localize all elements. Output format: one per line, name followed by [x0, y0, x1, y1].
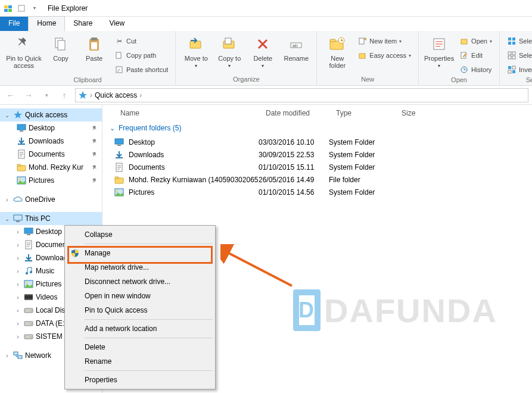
tree-this-pc[interactable]: ⌄ This PC [0, 212, 102, 225]
svg-rect-23 [359, 54, 365, 58]
watermark: DDAFUNDA [293, 289, 497, 331]
new-folder-button[interactable]: ✦ New folder [322, 33, 353, 69]
pin-icon [90, 163, 99, 172]
svg-point-52 [26, 272, 28, 275]
list-row[interactable]: Pictures01/10/2015 14.56System Folder [102, 186, 532, 198]
history-button[interactable]: History [457, 63, 494, 76]
chevron-right-icon[interactable]: › [4, 353, 11, 359]
list-row[interactable]: Desktop03/03/2016 10.10System Folder [102, 136, 532, 148]
ctx-rename[interactable]: Rename [67, 354, 213, 369]
breadcrumb-root[interactable]: Quick access [95, 91, 137, 99]
ctx-manage[interactable]: Manage [67, 246, 213, 260]
pin-icon [90, 136, 99, 146]
list-row[interactable]: Downloads30/09/2015 22.53System Folder [102, 148, 532, 161]
section-frequent[interactable]: ⌄ Frequent folders (5) [102, 121, 532, 136]
chevron-down-icon[interactable]: ⌄ [110, 124, 115, 132]
qat-dropdown-icon[interactable]: ▾ [29, 2, 41, 14]
svg-rect-14 [225, 38, 231, 44]
chevron-right-icon[interactable]: › [14, 268, 21, 275]
tab-file[interactable]: File [0, 17, 28, 31]
download-icon [24, 253, 33, 263]
chevron-right-icon[interactable]: › [14, 242, 21, 248]
column-headers[interactable]: Name Date modified Type Size [102, 105, 532, 121]
col-size[interactable]: Size [394, 109, 442, 117]
invert-selection-button[interactable]: Invert selection [505, 63, 532, 76]
col-date[interactable]: Date modified [259, 109, 329, 117]
window-title: File Explorer [48, 4, 88, 13]
svg-rect-38 [508, 70, 511, 73]
chevron-right-icon[interactable]: › [14, 320, 21, 327]
col-name[interactable]: Name [102, 109, 259, 117]
col-type[interactable]: Type [329, 109, 394, 117]
ctx-delete[interactable]: Delete [67, 340, 213, 354]
svg-rect-44 [17, 164, 21, 166]
chevron-down-icon[interactable]: ⌄ [4, 216, 11, 222]
cut-button[interactable]: ✂Cut [112, 35, 170, 48]
ctx-pin-quick-access[interactable]: Pin to Quick access [67, 303, 213, 317]
tree-qa-item[interactable]: Desktop [0, 121, 102, 135]
chevron-right-icon[interactable]: › [14, 281, 21, 288]
tree-onedrive[interactable]: › OneDrive [0, 193, 102, 206]
star-icon [13, 110, 23, 120]
network-icon [13, 351, 23, 360]
open-button[interactable]: Open ▾ [457, 35, 494, 48]
newitem-icon: ✦ [357, 36, 367, 46]
tree-quick-access[interactable]: ⌄ Quick access [0, 108, 102, 121]
chevron-right-icon[interactable]: › [14, 333, 21, 340]
chevron-right-icon[interactable]: › [4, 196, 11, 203]
select-all-button[interactable]: Select all [505, 35, 532, 48]
copy-path-button[interactable]: Copy path [112, 49, 170, 62]
group-open: Properties▾ Open ▾ Edit History Open [419, 31, 500, 85]
svg-rect-28 [508, 38, 511, 40]
tree-qa-item[interactable]: Downloads [0, 135, 102, 148]
svg-rect-0 [4, 5, 8, 8]
address-bar[interactable]: › Quick access › [75, 88, 528, 102]
edit-button[interactable]: Edit [457, 49, 494, 62]
copy-button[interactable]: Copy [45, 33, 76, 62]
ctx-map-drive[interactable]: Map network drive... [67, 260, 213, 275]
move-to-button[interactable]: Move to▾ [181, 33, 211, 68]
forward-button[interactable]: → [21, 88, 36, 102]
properties-button[interactable]: Properties▾ [424, 33, 455, 68]
svg-rect-49 [24, 228, 33, 233]
history-icon [459, 65, 469, 74]
qat-properties-icon[interactable] [15, 2, 27, 14]
ctx-properties[interactable]: Properties [67, 373, 213, 387]
up-button[interactable]: ↑ [57, 88, 71, 102]
svg-rect-35 [512, 56, 515, 59]
tree-qa-item[interactable]: Mohd. Rezky Kur [0, 161, 102, 174]
copy-to-button[interactable]: Copy to▾ [214, 33, 245, 68]
chevron-down-icon[interactable]: ⌄ [4, 112, 11, 118]
ctx-add-network-location[interactable]: Add a network location [67, 322, 213, 336]
ctx-collapse[interactable]: Collapse [67, 227, 213, 242]
delete-button[interactable]: Delete▾ [247, 33, 278, 68]
tab-share[interactable]: Share [65, 17, 101, 31]
list-row[interactable]: Mohd. Rezky Kurniawan (140590302065) ...… [102, 173, 532, 186]
rename-icon: ab [287, 35, 306, 54]
back-button[interactable]: ← [4, 88, 18, 102]
paste-shortcut-button[interactable]: Paste shortcut [112, 63, 170, 76]
svg-point-62 [30, 323, 32, 325]
select-none-button[interactable]: Select none [505, 49, 532, 62]
svg-rect-6 [58, 40, 65, 50]
ctx-open-new-window[interactable]: Open in new window [67, 289, 213, 303]
chevron-right-icon[interactable]: › [14, 307, 21, 314]
list-row[interactable]: Documents01/10/2015 15.11System Folder [102, 161, 532, 173]
pin-to-quick-access-button[interactable]: Pin to Quick access [5, 33, 43, 69]
paste-button[interactable]: Paste [79, 33, 110, 62]
new-item-button[interactable]: ✦New item ▾ [355, 35, 413, 48]
cloud-icon [13, 195, 23, 204]
chevron-right-icon[interactable]: › [14, 255, 21, 261]
tree-qa-item[interactable]: Pictures [0, 174, 102, 187]
tree-qa-item[interactable]: Documents [0, 148, 102, 161]
svg-rect-66 [18, 355, 22, 358]
recent-locations-button[interactable]: ▾ [39, 88, 54, 102]
easy-access-button[interactable]: Easy access ▾ [355, 49, 413, 62]
tab-view[interactable]: View [101, 17, 133, 31]
rename-button[interactable]: ab Rename [281, 33, 312, 62]
ctx-disconnect-drive[interactable]: Disconnect network drive... [67, 275, 213, 289]
svg-text:ab: ab [293, 43, 298, 48]
chevron-right-icon[interactable]: › [14, 294, 21, 301]
chevron-right-icon[interactable]: › [14, 229, 21, 235]
tab-home[interactable]: Home [28, 16, 65, 32]
